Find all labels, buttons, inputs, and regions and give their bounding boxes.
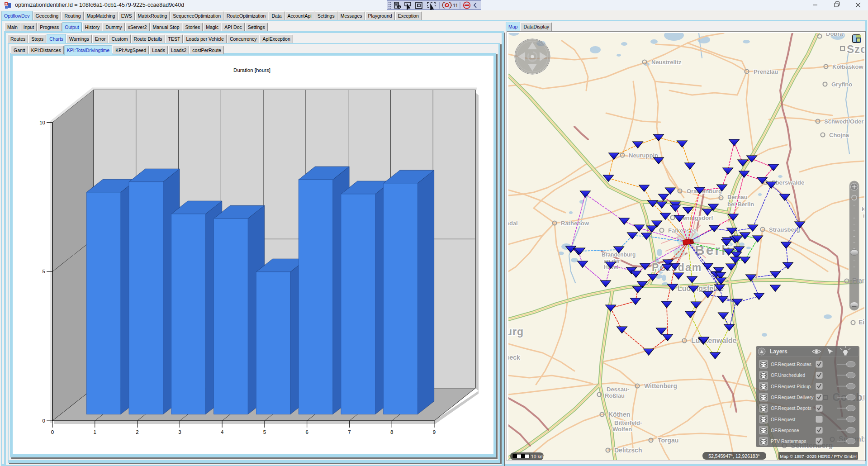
svg-text:Kołbaskow: Kołbaskow	[832, 63, 864, 70]
svg-text:11: 11	[453, 3, 458, 8]
svg-text:0: 0	[43, 418, 45, 423]
svg-text:OF.Request.Delivery: OF.Request.Delivery	[771, 395, 814, 400]
svg-text:Roßlau: Roßlau	[605, 392, 625, 399]
svg-text:Chojna: Chojna	[829, 132, 849, 138]
svg-text:Gryfino: Gryfino	[831, 81, 852, 88]
svg-text:Schwedt/Oder: Schwedt/Oder	[824, 118, 863, 125]
svg-text:2: 2	[136, 429, 138, 435]
svg-text:Bitterfeld-: Bitterfeld-	[614, 419, 642, 426]
svg-text:PTV Rastermaps: PTV Rastermaps	[771, 439, 806, 444]
svg-text:Ko: Ko	[862, 206, 864, 213]
svg-text:7: 7	[348, 429, 351, 435]
svg-text:8: 8	[390, 429, 393, 435]
svg-text:5: 5	[43, 269, 45, 274]
svg-text:Duration [hours]: Duration [hours]	[233, 67, 270, 73]
svg-text:bei Berlin: bei Berlin	[727, 201, 754, 208]
svg-text:ndal: ndal	[508, 220, 518, 227]
svg-text:Prenzlau: Prenzlau	[754, 68, 778, 75]
svg-text:Wolfen: Wolfen	[612, 426, 632, 433]
svg-text:10 km: 10 km	[531, 454, 544, 459]
svg-text:OF.Request.Routes: OF.Request.Routes	[771, 362, 811, 367]
svg-text:4: 4	[221, 429, 224, 435]
svg-text:urg: urg	[508, 326, 524, 338]
svg-text:10: 10	[39, 120, 45, 125]
svg-text:Strausberg: Strausberg	[769, 226, 800, 233]
svg-text:Rathenow: Rathenow	[561, 220, 589, 227]
svg-text:52,545947°, 12,926183°: 52,545947°, 12,926183°	[708, 453, 760, 459]
svg-text:OF.Request.Pickup: OF.Request.Pickup	[771, 384, 811, 389]
svg-text:Layers: Layers	[770, 348, 787, 355]
svg-text:Eberswalde: Eberswalde	[772, 179, 804, 186]
svg-text:Köthen: Köthen	[608, 411, 630, 418]
svg-text:5: 5	[263, 429, 266, 435]
svg-text:na: na	[863, 213, 864, 219]
svg-text:1: 1	[94, 429, 96, 435]
svg-text:Neustrelitz: Neustrelitz	[651, 59, 682, 66]
svg-text:6: 6	[305, 429, 308, 435]
svg-text:Wittenberg: Wittenberg	[644, 382, 677, 390]
svg-text:Dessau-: Dessau-	[607, 386, 630, 393]
svg-text:Bernau: Bernau	[727, 194, 748, 200]
svg-text:Szcz: Szcz	[847, 43, 864, 55]
svg-text:OF.Request: OF.Request	[771, 417, 796, 422]
svg-text:OF.Request.Depots: OF.Request.Depots	[771, 406, 811, 411]
svg-text:Oranienburg: Oranienburg	[687, 188, 722, 195]
svg-text:Falkensee: Falkensee	[668, 227, 697, 234]
svg-text:OF.Response: OF.Response	[771, 428, 799, 433]
svg-text:0: 0	[51, 429, 54, 435]
svg-text:3: 3	[178, 429, 181, 435]
svg-text:Delitzsch: Delitzsch	[614, 447, 642, 454]
svg-text:OF.Unscheduled: OF.Unscheduled	[771, 373, 805, 378]
svg-text:Torgau: Torgau	[658, 437, 678, 444]
svg-text:9: 9	[433, 429, 436, 435]
svg-text:Dobra: Dobra	[826, 33, 843, 37]
svg-text:beck: beck	[508, 354, 520, 361]
svg-text:Map © 1987 -2025 HERE / PTV Gm: Map © 1987 -2025 HERE / PTV GmbH	[780, 454, 856, 459]
svg-text:Eis: Eis	[859, 319, 864, 326]
